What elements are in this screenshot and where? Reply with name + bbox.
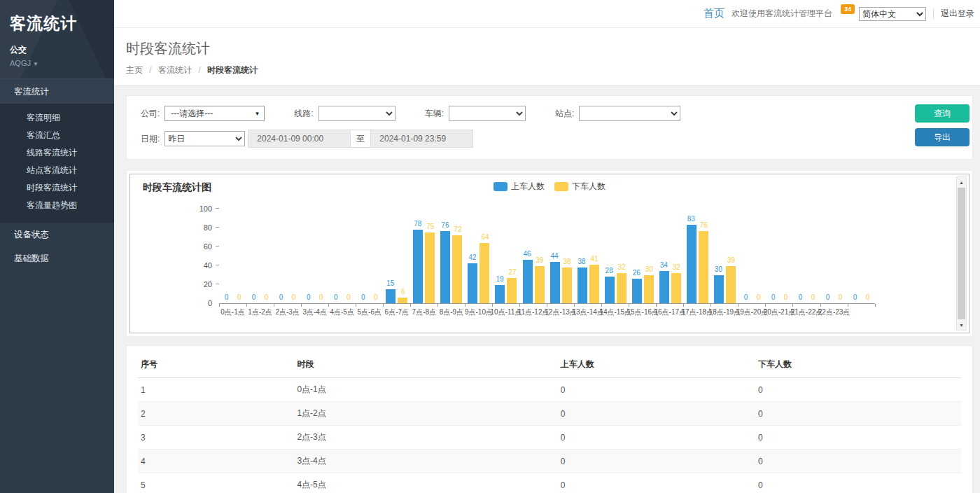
- breadcrumb-passenger-stats[interactable]: 客流统计: [158, 65, 192, 75]
- bar-alighting: [507, 278, 517, 303]
- x-axis-label: 9点-10点: [465, 307, 493, 317]
- sidebar-subitem-0[interactable]: 客流明细: [0, 109, 114, 127]
- table-cell: 2点-3点: [294, 426, 557, 450]
- table-header-row: 序号时段上车人数下车人数: [138, 352, 961, 378]
- x-axis-label: 7点-8点: [412, 307, 436, 317]
- chevron-down-icon: ▼: [33, 61, 38, 67]
- page-title: 时段客流统计: [126, 39, 968, 58]
- bar-value-label: 27: [508, 268, 516, 276]
- station-label: 站点:: [555, 108, 574, 120]
- bar-boarding: [386, 289, 396, 303]
- bar-value-label: 30: [645, 265, 653, 273]
- bar-alighting: [644, 275, 654, 304]
- bar-value-label: 78: [414, 220, 421, 228]
- notification-badge: 34: [841, 4, 855, 14]
- table-cell: 0: [755, 426, 961, 450]
- bar-value-label: 0: [374, 293, 378, 301]
- bar-value-label: 0: [319, 293, 323, 301]
- chart-box: 时段车流统计图 上车人数 下车人数 020406080100000点-1点001…: [130, 174, 969, 333]
- sidebar-subitem-5[interactable]: 客流量趋势图: [0, 197, 114, 214]
- bar-alighting: [617, 273, 626, 303]
- query-button[interactable]: 查询: [915, 104, 969, 123]
- bar-alighting: [452, 235, 462, 303]
- bar-value-label: 64: [481, 233, 489, 241]
- company-select-value: ---请选择---: [171, 108, 254, 120]
- export-button[interactable]: 导出: [915, 128, 969, 146]
- bar-value-label: 76: [441, 221, 449, 229]
- bar-boarding: [605, 277, 615, 303]
- bar-alighting: [535, 266, 545, 303]
- x-axis-label: 1点-2点: [248, 307, 272, 317]
- sidebar-subitem-4[interactable]: 时段客流统计: [0, 179, 114, 197]
- vehicle-select[interactable]: [449, 106, 526, 121]
- language-select[interactable]: 简体中文: [859, 7, 926, 21]
- breadcrumb-separator: /: [198, 65, 200, 75]
- line-select[interactable]: [318, 106, 396, 121]
- date-label: 日期:: [141, 133, 160, 145]
- bar-group: 343216点-17点: [657, 209, 684, 303]
- filter-row-1: 公司: ---请选择--- ▼ 线路: 车辆: 站点:: [141, 106, 958, 121]
- bar-alighting: [479, 243, 489, 303]
- sidebar-item-0[interactable]: 设备状态: [0, 223, 114, 246]
- company-select[interactable]: ---请选择--- ▼: [164, 106, 265, 121]
- station-select[interactable]: [579, 106, 680, 121]
- legend-item-boarding[interactable]: 上车人数: [493, 181, 545, 193]
- bar-group: 283214点-15点: [602, 209, 629, 303]
- x-axis-label: 0点-1点: [220, 307, 244, 317]
- table-panel: 序号时段上车人数下车人数 10点-1点0021点-2点0032点-3点0043点…: [126, 345, 973, 493]
- bar-value-label: 44: [551, 252, 559, 260]
- legend-label-alighting: 下车人数: [572, 181, 606, 193]
- y-axis-tick: [216, 208, 219, 209]
- date-from-input[interactable]: [248, 130, 351, 148]
- legend-item-alighting[interactable]: 下车人数: [554, 181, 606, 193]
- scroll-up-icon[interactable]: ▲: [957, 177, 966, 187]
- bar-value-label: 0: [744, 293, 748, 301]
- sidebar: 客流统计 公交 AQGJ▼ 客流统计 客流明细客流汇总线路客流统计站点客流统计时…: [0, 0, 114, 493]
- main-area: 时段客流统计 主页 / 客流统计 / 时段客流统计 公司: ---请选择--- …: [114, 28, 980, 493]
- chart-scrollbar[interactable]: ▲ ▼: [956, 176, 967, 331]
- bar-group: 837617点-18点: [684, 209, 711, 303]
- date-to-input[interactable]: [370, 130, 473, 148]
- date-preset-select[interactable]: 昨日: [164, 131, 245, 146]
- filter-row-2: 日期: 昨日 至: [141, 130, 958, 148]
- table-cell: 3点-4点: [294, 450, 557, 473]
- line-label: 线路:: [294, 108, 313, 120]
- sidebar-subitem-3[interactable]: 站点客流统计: [0, 162, 114, 179]
- table-cell: 0: [755, 473, 961, 493]
- y-axis-label: 0: [191, 300, 212, 307]
- scroll-down-icon[interactable]: ▼: [957, 320, 966, 330]
- table-cell: 0: [755, 378, 961, 402]
- x-axis-label: 22点-23点: [818, 307, 850, 317]
- bar-alighting: [562, 268, 572, 303]
- legend-label-boarding: 上车人数: [511, 181, 545, 193]
- scrollbar-thumb[interactable]: [958, 188, 965, 319]
- topbar-divider: [933, 8, 934, 19]
- table-cell: 0: [558, 473, 755, 493]
- bar-value-label: 0: [252, 293, 256, 301]
- vehicle-label: 车辆:: [425, 108, 444, 120]
- sidebar-item-1[interactable]: 基础数据: [0, 246, 114, 270]
- bar-group: 1566点-7点: [383, 209, 410, 303]
- bar-group: 003点-4点: [301, 209, 328, 303]
- table-cell: 0: [558, 450, 755, 473]
- bar-boarding: [632, 279, 642, 303]
- table-row: 54点-5点00: [138, 473, 961, 493]
- org-selector[interactable]: AQGJ▼: [10, 59, 104, 67]
- y-axis-label: 20: [191, 281, 212, 289]
- bar-boarding: [468, 263, 477, 303]
- sidebar-subitem-2[interactable]: 线路客流统计: [0, 144, 114, 162]
- sidebar-section-passenger-stats[interactable]: 客流统计: [0, 78, 114, 104]
- chart-panel: 时段车流统计图 上车人数 下车人数 020406080100000点-1点001…: [126, 170, 973, 337]
- table-cell: 0: [558, 378, 755, 402]
- welcome-text: 欢迎使用客流统计管理平台: [732, 8, 832, 20]
- bar-value-label: 0: [279, 293, 284, 301]
- sidebar-subitem-1[interactable]: 客流汇总: [0, 127, 114, 144]
- bar-value-label: 0: [346, 293, 351, 301]
- home-link[interactable]: 首页: [704, 7, 724, 20]
- bar-value-label: 32: [618, 263, 626, 271]
- content: 公司: ---请选择--- ▼ 线路: 车辆: 站点: 日期: 昨日: [114, 86, 980, 493]
- breadcrumb-home[interactable]: 主页: [126, 65, 143, 75]
- x-axis-label: 4点-5点: [330, 307, 354, 317]
- logout-link[interactable]: 退出登录: [941, 8, 974, 20]
- filter-panel: 公司: ---请选择--- ▼ 线路: 车辆: 站点: 日期: 昨日: [126, 95, 973, 160]
